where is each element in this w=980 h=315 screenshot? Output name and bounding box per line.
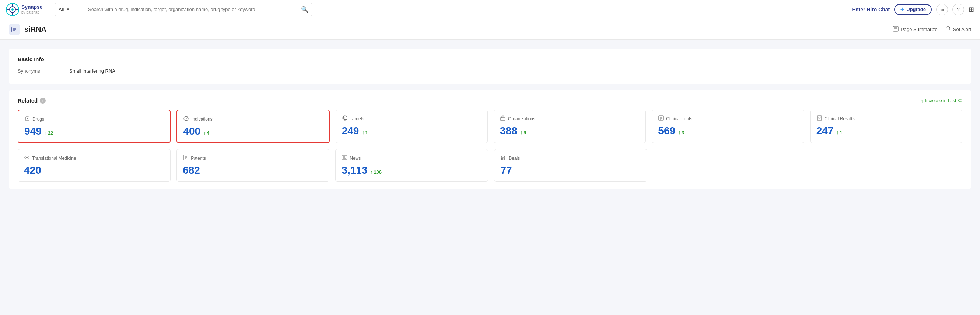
main-content: Basic Info Synonyms Small interfering RN… — [0, 40, 980, 198]
card-label-drugs: Drugs — [32, 117, 44, 122]
card-translational-medicine[interactable]: Translational Medicine 420 — [18, 149, 170, 182]
card-increase-indications: ↑4 — [204, 130, 209, 136]
svg-point-40 — [501, 158, 503, 160]
filter-dropdown[interactable]: All ▼ — [55, 3, 84, 16]
infinity-icon-button[interactable]: ∞ — [936, 4, 948, 16]
synonyms-label: Synonyms — [18, 68, 69, 74]
card-icon-news — [342, 155, 347, 161]
set-alert-label: Set Alert — [953, 27, 971, 32]
card-drugs[interactable]: Drugs 949 ↑22 — [18, 110, 170, 143]
search-icon[interactable]: 🔍 — [301, 6, 309, 13]
search-input-wrap: 🔍 — [84, 6, 312, 13]
upgrade-button[interactable]: ✦ Upgrade — [894, 4, 932, 15]
set-alert-icon — [945, 26, 951, 33]
logo-sub: by patsnap — [21, 10, 43, 14]
upgrade-star-icon: ✦ — [900, 6, 904, 13]
synonyms-row: Synonyms Small interfering RNA — [18, 68, 963, 74]
card-deals[interactable]: Deals 77 — [494, 149, 647, 182]
card-header-deals: Deals — [500, 155, 641, 161]
card-icon-deals — [500, 155, 506, 161]
card-value-row-news: 3,113 ↑106 — [342, 165, 482, 176]
card-clinical-results[interactable]: Clinical Results 247 ↑1 — [810, 110, 963, 143]
card-header-drugs: Drugs — [24, 115, 164, 123]
set-alert-button[interactable]: Set Alert — [945, 26, 971, 33]
card-increase-arrow-drugs: ↑ — [45, 130, 47, 136]
card-increase-clinical-trials: ↑3 — [678, 130, 684, 135]
card-header-indications: Indications — [183, 115, 323, 123]
card-increase-arrow-indications: ↑ — [204, 130, 206, 136]
svg-point-18 — [186, 120, 186, 120]
hiro-chat-button[interactable]: Enter Hiro Chat — [852, 6, 890, 13]
card-increase-arrow-clinical-results: ↑ — [836, 130, 839, 135]
page-title-bar: siRNA Page Summarize Set Alert — [0, 19, 980, 40]
card-value-indications: 400 — [183, 125, 200, 137]
page-title: siRNA — [24, 25, 46, 34]
synapse-logo-icon — [6, 3, 19, 16]
header-actions: Enter Hiro Chat ✦ Upgrade ∞ ? ⊞ — [852, 4, 974, 16]
card-icon-indications — [183, 115, 189, 123]
card-header-translational-medicine: Translational Medicine — [24, 155, 164, 161]
card-label-patents: Patents — [191, 156, 206, 161]
related-info-icon[interactable]: i — [40, 98, 46, 104]
increase-arrow-icon: ↑ — [921, 98, 924, 104]
card-icon-clinical-trials — [658, 115, 664, 122]
card-value-organizations: 388 — [500, 125, 517, 137]
card-increase-arrow-news: ↑ — [370, 169, 373, 175]
card-increase-drugs: ↑22 — [45, 130, 53, 136]
card-value-row-organizations: 388 ↑6 — [500, 125, 640, 137]
basic-info-section: Basic Info Synonyms Small interfering RN… — [9, 49, 971, 84]
card-label-clinical-results: Clinical Results — [824, 116, 855, 122]
card-indications[interactable]: Indications 400 ↑4 — [177, 110, 329, 143]
search-input[interactable] — [88, 6, 298, 12]
card-label-organizations: Organizations — [508, 116, 535, 122]
page-summarize-label: Page Summarize — [901, 27, 938, 32]
page-title-left: siRNA — [9, 24, 46, 35]
related-section: Related i ↑ Increase in Last 30 Drugs 94… — [9, 90, 971, 189]
card-label-translational-medicine: Translational Medicine — [32, 156, 76, 161]
card-value-deals: 77 — [500, 165, 512, 176]
card-news[interactable]: News 3,113 ↑106 — [335, 149, 488, 182]
card-icon-translational-medicine — [24, 155, 30, 161]
card-header-organizations: Organizations — [500, 115, 640, 122]
card-increase-clinical-results: ↑1 — [836, 130, 842, 135]
card-icon-patents — [183, 155, 189, 161]
card-increase-arrow-clinical-trials: ↑ — [678, 130, 681, 135]
card-label-news: News — [350, 156, 361, 161]
card-organizations[interactable]: Organizations 388 ↑6 — [494, 110, 646, 143]
grid-menu-button[interactable]: ⊞ — [969, 6, 974, 14]
related-cards-row-2: Translational Medicine 420 Patents 682 N… — [18, 149, 963, 182]
card-value-row-targets: 249 ↑1 — [342, 125, 482, 137]
card-label-targets: Targets — [350, 116, 364, 122]
basic-info-title: Basic Info — [18, 56, 963, 62]
logo-area: Synapse by patsnap — [6, 3, 50, 16]
card-value-row-clinical-results: 247 ↑1 — [816, 125, 956, 137]
card-header-clinical-trials: Clinical Trials — [658, 115, 798, 122]
related-title: Related — [18, 98, 38, 104]
related-cards-row-1: Drugs 949 ↑22 Indications 400 ↑4 Targets… — [18, 110, 963, 143]
card-value-drugs: 949 — [24, 125, 41, 137]
card-icon-organizations — [500, 115, 506, 122]
page-summarize-button[interactable]: Page Summarize — [892, 26, 938, 33]
search-filter-bar: All ▼ 🔍 — [54, 3, 312, 16]
page-summarize-icon — [892, 26, 899, 33]
card-increase-arrow-targets: ↑ — [362, 130, 364, 135]
related-title-area: Related i — [18, 98, 46, 104]
card-targets[interactable]: Targets 249 ↑1 — [336, 110, 488, 143]
card-increase-organizations: ↑6 — [520, 130, 526, 135]
help-icon-button[interactable]: ? — [952, 4, 964, 16]
card-clinical-trials[interactable]: Clinical Trials 569 ↑3 — [652, 110, 804, 143]
card-value-translational-medicine: 420 — [24, 165, 41, 176]
card-header-patents: Patents — [183, 155, 323, 161]
svg-point-29 — [25, 157, 26, 158]
card-value-row-deals: 77 — [500, 165, 641, 176]
page-icon — [9, 24, 20, 35]
card-label-clinical-trials: Clinical Trials — [666, 116, 692, 122]
card-value-news: 3,113 — [342, 165, 368, 176]
top-header: Synapse by patsnap All ▼ 🔍 Enter Hiro Ch… — [0, 0, 980, 19]
card-increase-targets: ↑1 — [362, 130, 368, 135]
svg-point-41 — [504, 158, 505, 160]
related-header: Related i ↑ Increase in Last 30 — [18, 98, 963, 104]
card-patents[interactable]: Patents 682 — [177, 149, 329, 182]
card-value-targets: 249 — [342, 125, 359, 137]
card-label-deals: Deals — [508, 156, 520, 161]
